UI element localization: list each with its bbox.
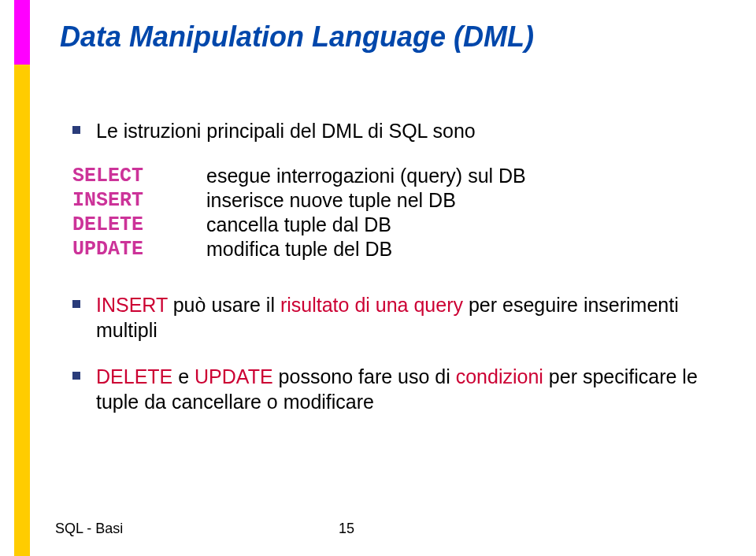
accent-magenta: [14, 0, 30, 65]
definitions-block: SELECTesegue interrogazioni (query) sul …: [72, 165, 709, 261]
definition-row: SELECTesegue interrogazioni (query) sul …: [72, 165, 709, 187]
definition-description: modifica tuple del DB: [206, 238, 709, 261]
slide-title: Data Manipulation Language (DML): [60, 20, 534, 54]
definition-keyword: SELECT: [72, 165, 206, 187]
bullet-icon: [72, 300, 80, 308]
accent-yellow: [14, 65, 30, 556]
definition-keyword: DELETE: [72, 213, 206, 236]
definition-row: INSERTinserisce nuove tuple nel DB: [72, 189, 709, 212]
definition-keyword: INSERT: [72, 189, 206, 212]
definition-description: inserisce nuove tuple nel DB: [206, 189, 709, 212]
definition-description: cancella tuple dal DB: [206, 213, 709, 236]
bullet-icon: [72, 126, 80, 134]
slide-content: Le istruzioni principali del DML di SQL …: [72, 118, 709, 436]
bullet-item: INSERT può usare il risultato di una que…: [72, 292, 709, 343]
left-accent-bar: [14, 0, 30, 556]
bullet-item: DELETE e UPDATE possono fare uso di cond…: [72, 364, 709, 415]
definition-keyword: UPDATE: [72, 238, 206, 261]
footer: SQL - Basi 15: [55, 521, 709, 537]
intro-bullet: Le istruzioni principali del DML di SQL …: [72, 118, 709, 144]
bullet-icon: [72, 372, 80, 380]
definition-row: UPDATEmodifica tuple del DB: [72, 238, 709, 261]
intro-text: Le istruzioni principali del DML di SQL …: [96, 118, 476, 144]
definition-row: DELETEcancella tuple dal DB: [72, 213, 709, 236]
bullet-text: DELETE e UPDATE possono fare uso di cond…: [96, 364, 709, 415]
definition-description: esegue interrogazioni (query) sul DB: [206, 165, 709, 187]
footer-page: 15: [339, 521, 354, 537]
bullet-text: INSERT può usare il risultato di una que…: [96, 292, 709, 343]
footer-label: SQL - Basi: [55, 521, 339, 537]
